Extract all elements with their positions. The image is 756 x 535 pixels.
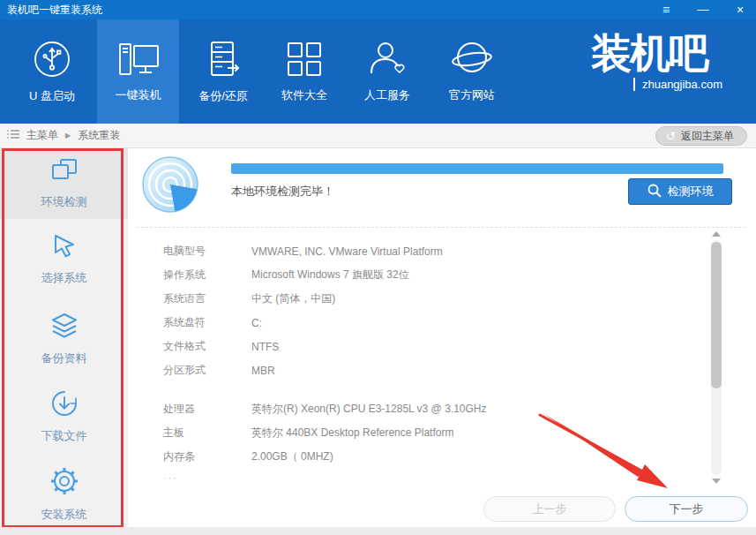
menu-icon[interactable]: ≡: [659, 0, 673, 19]
nav-label: 官方网站: [449, 87, 495, 103]
info-value: VMWARE, INC. VMware Virtual Platform: [251, 245, 443, 258]
usb-icon: [32, 39, 72, 79]
dashed-divider: [137, 227, 745, 228]
info-value: 英特尔 440BX Desktop Reference Platform: [251, 426, 453, 441]
info-label: 系统盘符: [163, 315, 251, 330]
info-label: 文件格式: [163, 339, 251, 354]
table-row: 系统语言 中文 (简体，中国): [163, 287, 657, 311]
nav-label: 备份/还原: [198, 88, 248, 104]
breadcrumb-bar: 主菜单 ▶ 系统重装 ↺ 返回主菜单: [0, 124, 756, 148]
table-row: 文件格式 NTFS: [163, 335, 657, 358]
computer-icon: [116, 40, 161, 79]
search-icon: [647, 184, 662, 200]
cursor-icon: [51, 233, 78, 263]
info-label: 电脑型号: [163, 244, 251, 259]
table-row: 分区形式 MBR: [163, 358, 657, 382]
sidebar-item-download-files[interactable]: 下载文件: [0, 381, 128, 452]
header-nav: U 盘启动 一键装机 备份/: [0, 19, 756, 124]
scroll-down-icon[interactable]: [712, 478, 721, 484]
nav-item-onekey-install[interactable]: 一键装机: [97, 19, 179, 124]
detection-progress-bar: [231, 163, 723, 174]
nav-item-software[interactable]: 软件大全: [264, 19, 345, 124]
brand-logo-text: 装机吧: [565, 30, 733, 76]
info-label: 系统语言: [163, 291, 251, 306]
scroll-up-icon[interactable]: [712, 231, 721, 237]
table-row: 主板 英特尔 440BX Desktop Reference Platform: [163, 421, 657, 445]
person-icon: [366, 40, 408, 79]
nav-item-usb-boot[interactable]: U 盘启动: [12, 19, 92, 124]
window-controls: ≡ — ×: [659, 0, 747, 19]
info-value: Microsoft Windows 7 旗舰版 32位: [251, 268, 409, 283]
table-row: 操作系统 Microsoft Windows 7 旗舰版 32位: [163, 263, 657, 287]
info-value: C:: [251, 317, 262, 329]
info-label: 处理器: [163, 402, 251, 417]
breadcrumb-root[interactable]: 主菜单: [26, 128, 58, 143]
info-label: 分区形式: [163, 363, 251, 378]
gear-icon: [49, 466, 79, 500]
sidebar-steps: 环境检测 选择系统 备份资料: [0, 148, 128, 527]
grid-icon: [285, 40, 324, 79]
info-value: MBR: [251, 365, 275, 377]
back-button-label: 返回主菜单: [681, 129, 734, 144]
breadcrumb-separator-icon: ▶: [65, 132, 71, 139]
close-icon[interactable]: ×: [733, 0, 747, 19]
brand-logo-url: zhuangjiba.com: [633, 78, 733, 91]
minimize-icon[interactable]: —: [696, 0, 710, 19]
detection-progress-fill: [231, 163, 723, 174]
nav-item-official-site[interactable]: 官方网站: [430, 19, 514, 124]
list-icon: [7, 129, 19, 142]
back-to-main-menu-button[interactable]: ↺ 返回主菜单: [655, 126, 747, 146]
info-value: 2.00GB（ 0MHZ): [251, 449, 333, 464]
sidebar-item-label: 安装系统: [41, 507, 87, 523]
server-icon: [203, 39, 243, 79]
table-row: 内存条 2.00GB（ 0MHZ): [163, 445, 657, 469]
sidebar-item-label: 环境检测: [41, 194, 87, 210]
window-title: 装机吧一键重装系统: [7, 3, 102, 18]
scrollbar-track[interactable]: [711, 240, 722, 475]
info-value: 英特尔(R) Xeon(R) CPU E3-1285L v3 @ 3.10GHz: [251, 402, 487, 417]
nav-label: U 盘启动: [29, 88, 75, 104]
download-icon: [50, 389, 79, 421]
next-step-button[interactable]: 下一步: [625, 496, 748, 522]
app-window: 装机吧一键重装系统 ≡ — × U 盘启动: [0, 0, 756, 535]
info-value: 中文 (简体，中国): [251, 291, 335, 306]
breadcrumb-current: 系统重装: [78, 128, 120, 143]
info-label: 内存条: [163, 449, 251, 464]
radar-scan-icon: [141, 155, 199, 217]
vertical-scrollbar: [710, 231, 722, 489]
system-info-table: 电脑型号 VMWARE, INC. VMware Virtual Platfor…: [163, 239, 657, 485]
table-row: 处理器 英特尔(R) Xeon(R) CPU E3-1285L v3 @ 3.1…: [163, 397, 657, 421]
window-bottom-edge: [0, 527, 756, 535]
layers-icon: [49, 312, 79, 343]
nav-label: 一键装机: [116, 87, 161, 103]
previous-step-button[interactable]: 上一步: [483, 496, 616, 522]
undo-arrow-icon: ↺: [665, 130, 676, 142]
nav-label: 人工服务: [364, 87, 410, 103]
sidebar-item-label: 选择系统: [41, 270, 87, 286]
breadcrumb: 主菜单 ▶ 系统重装: [7, 128, 120, 143]
nav-item-support[interactable]: 人工服务: [347, 19, 428, 124]
nav-label: 软件大全: [281, 87, 327, 103]
sidebar-item-label: 备份资料: [41, 350, 87, 366]
sidebar-item-label: 下载文件: [41, 428, 87, 444]
main-content: 本地环境检测完毕！ 检测环境 电脑型号 VMWARE, INC. VMware …: [128, 148, 756, 527]
brand-logo: 装机吧 zhuangjiba.com: [565, 30, 733, 92]
globe-icon: [450, 40, 494, 79]
scrollbar-thumb[interactable]: [711, 242, 722, 388]
sidebar-item-select-system[interactable]: 选择系统: [0, 224, 128, 295]
detection-status-text: 本地环境检测完毕！: [231, 184, 334, 200]
detect-button-label: 检测环境: [668, 184, 714, 200]
sidebar-item-backup-data[interactable]: 备份资料: [0, 304, 128, 374]
truncated-row-hint: ···: [163, 472, 657, 485]
table-row: 电脑型号 VMWARE, INC. VMware Virtual Platfor…: [163, 239, 657, 263]
detect-environment-button[interactable]: 检测环境: [628, 178, 732, 205]
titlebar: 装机吧一键重装系统 ≡ — ×: [0, 0, 756, 19]
info-label: 操作系统: [163, 268, 251, 283]
sidebar-item-env-check[interactable]: 环境检测: [0, 148, 128, 219]
nav-item-backup-restore[interactable]: 备份/还原: [183, 19, 264, 124]
windows-overlap-icon: [49, 157, 79, 187]
info-label: 主板: [163, 426, 251, 441]
table-row: 系统盘符 C:: [163, 311, 657, 335]
info-value: NTFS: [251, 341, 279, 353]
sidebar-item-install-system[interactable]: 安装系统: [0, 459, 128, 530]
